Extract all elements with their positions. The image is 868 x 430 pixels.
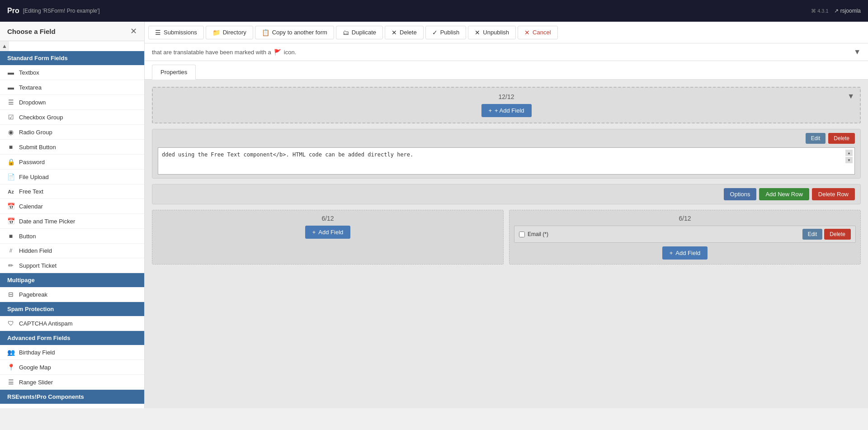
sidebar-item-password[interactable]: 🔒 Password <box>0 155 144 170</box>
close-sidebar-button[interactable]: ✕ <box>130 27 137 35</box>
form-row-3: Options Add New Row Delete Row <box>152 184 861 204</box>
copy-button[interactable]: 📋 Copy to another form <box>255 26 334 39</box>
submissions-button[interactable]: ☰ Submissions <box>148 26 204 39</box>
scroll-up-arrow[interactable]: ▲ <box>845 150 853 156</box>
publish-button[interactable]: ✓ Publish <box>425 26 467 39</box>
col2-add-field-button[interactable]: + Add Field <box>662 246 708 260</box>
form-row-4: 6/12 + Add Field 6/12 Email (*) <box>152 210 861 265</box>
sidebar-item-date-time-picker[interactable]: 📅 Date and Time Picker <box>0 214 144 229</box>
options-button[interactable]: Options <box>724 188 757 200</box>
scroll-up-button[interactable]: ▲ <box>0 41 9 51</box>
sidebar-header: Choose a Field ✕ <box>0 22 144 41</box>
delete-button[interactable]: ✕ Delete <box>385 26 424 39</box>
cancel-button[interactable]: ✕ Cancel <box>518 26 557 39</box>
row2-edit-button[interactable]: Edit <box>806 133 826 144</box>
delete-row-button[interactable]: Delete Row <box>812 188 855 200</box>
sidebar-item-label: Birthday Field <box>19 349 55 356</box>
file-upload-icon: 📄 <box>7 173 14 180</box>
captcha-icon: 🛡 <box>7 320 14 327</box>
free-text-text: dded using the Free Text component</b>. … <box>162 151 413 158</box>
sidebar-item-label: Button <box>19 233 36 240</box>
sidebar-item-label: Pagebreak <box>19 291 47 298</box>
sidebar-item-pagebreak[interactable]: ⊟ Pagebreak <box>0 287 144 302</box>
unpublish-label: Unpublish <box>483 29 509 36</box>
row1-add-field-button[interactable]: + + Add Field <box>481 104 532 117</box>
form-row-2: Edit Delete dded using the Free Text com… <box>152 129 861 179</box>
sidebar-item-button[interactable]: ■ Button <box>0 229 144 244</box>
submissions-icon: ☰ <box>155 29 161 36</box>
sidebar-item-label: Name <box>19 408 35 409</box>
info-bar: that are translatable have been marked w… <box>145 43 868 61</box>
username: rsjoomla <box>840 8 861 14</box>
sidebar-item-label: Hidden Field <box>19 247 52 254</box>
row3-buttons: Options Add New Row Delete Row <box>158 188 855 200</box>
section-label: RSEvents!Pro Components <box>7 393 84 400</box>
info-text: that are translatable have been marked w… <box>152 49 271 56</box>
sidebar-item-google-map[interactable]: 📍 Google Map <box>0 360 144 375</box>
cancel-icon: ✕ <box>524 29 530 36</box>
sidebar-item-file-upload[interactable]: 📄 File Upload <box>0 170 144 184</box>
sidebar-item-dropdown[interactable]: ☰ Dropdown <box>0 95 144 110</box>
sidebar-item-calendar[interactable]: 📅 Calendar <box>0 199 144 214</box>
info-suffix: icon. <box>284 49 296 56</box>
row1-counter: 12/12 <box>158 93 854 100</box>
dropdown-icon: ☰ <box>7 99 14 106</box>
section-advanced-form-fields: Advanced Form Fields <box>0 331 144 345</box>
content-area: ☰ Submissions 📁 Directory 📋 Copy to anot… <box>145 22 868 408</box>
submissions-label: Submissions <box>164 29 197 36</box>
sidebar-item-submit-button[interactable]: ■ Submit Button <box>0 140 144 155</box>
external-link-icon: ↗ <box>834 8 839 14</box>
unpublish-button[interactable]: ✕ Unpublish <box>468 26 516 39</box>
sidebar-item-free-text[interactable]: Az Free Text <box>0 184 144 199</box>
delete-icon: ✕ <box>392 29 397 36</box>
row2-actions: Edit Delete <box>158 133 855 144</box>
textarea-icon: ▬ <box>7 84 14 91</box>
main-layout: Choose a Field ✕ ▲ Standard Form Fields … <box>0 22 868 408</box>
sidebar-item-hidden-field[interactable]: // Hidden Field <box>0 244 144 258</box>
field-edit-button[interactable]: Edit <box>802 229 823 240</box>
row1-collapse-button[interactable]: ▼ <box>847 92 854 100</box>
tab-label: Properties <box>160 69 187 76</box>
sidebar-item-label: Google Map <box>19 364 51 371</box>
scroll-down-arrow[interactable]: ▼ <box>845 157 853 163</box>
map-icon: 📍 <box>7 364 14 371</box>
sidebar-item-birthday-field[interactable]: 👥 Birthday Field <box>0 345 144 360</box>
copy-icon: 📋 <box>262 29 269 36</box>
user-menu[interactable]: ↗ rsjoomla <box>834 8 861 14</box>
calendar-icon: 📅 <box>7 203 14 210</box>
col1-add-field-button[interactable]: + Add Field <box>305 226 351 239</box>
add-new-row-button[interactable]: Add New Row <box>759 188 809 200</box>
sidebar-item-radio-group[interactable]: ◉ Radio Group <box>0 125 144 140</box>
sidebar-item-textbox[interactable]: ▬ Textbox <box>0 65 144 80</box>
directory-button[interactable]: 📁 Directory <box>206 26 253 39</box>
tab-properties[interactable]: Properties <box>152 65 196 80</box>
sidebar-item-checkbox-group[interactable]: ☑ Checkbox Group <box>0 110 144 125</box>
sidebar-item-label: Dropdown <box>19 99 46 106</box>
sidebar-item-range-slider[interactable]: ☰ Range Slider <box>0 375 144 390</box>
section-spam-protection: Spam Protection <box>0 302 144 316</box>
sidebar-item-captcha[interactable]: 🛡 CAPTCHA Antispam <box>0 316 144 331</box>
app-title: Pro <box>7 7 19 15</box>
add-field-label: Add Field <box>318 229 343 236</box>
add-field-label: Add Field <box>675 250 700 256</box>
cancel-label: Cancel <box>533 29 551 36</box>
sidebar-item-name[interactable]: ▬ Name <box>0 404 144 408</box>
datetime-icon: 📅 <box>7 217 14 225</box>
field-checkbox[interactable] <box>519 232 525 237</box>
support-icon: ✏ <box>7 262 14 269</box>
version-label: ⌘ 4.3.1 <box>811 8 829 14</box>
sidebar-item-label: Radio Group <box>19 129 52 136</box>
row2-delete-button[interactable]: Delete <box>828 133 855 144</box>
sidebar-item-textarea[interactable]: ▬ Textarea <box>0 80 144 95</box>
sidebar-item-support-ticket[interactable]: ✏ Support Ticket <box>0 258 144 273</box>
plus-icon: + <box>670 250 673 256</box>
birthday-icon: 👥 <box>7 349 14 356</box>
plus-icon: + <box>489 107 492 114</box>
duplicate-button[interactable]: 🗂 Duplicate <box>336 26 383 39</box>
sidebar-item-label: Calendar <box>19 203 43 210</box>
sidebar-title: Choose a Field <box>7 28 56 35</box>
copy-label: Copy to another form <box>272 29 327 36</box>
field-delete-button[interactable]: Delete <box>824 229 851 240</box>
top-bar: Pro [Editing 'RSForm! Pro example'] ⌘ 4.… <box>0 0 868 22</box>
collapse-button[interactable]: ▼ <box>854 48 861 56</box>
